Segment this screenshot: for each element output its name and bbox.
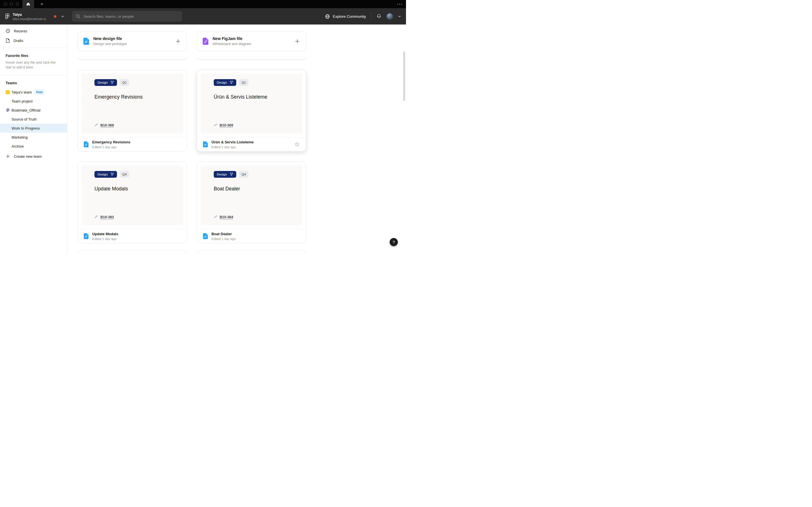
sidebar-item-marketing[interactable]: Marketing: [0, 133, 67, 142]
design-tag-badge: Design: [214, 171, 236, 178]
explore-community-button[interactable]: Explore Community: [325, 14, 366, 19]
next-row-card-edge: [197, 250, 306, 253]
teams-header: Teams: [0, 77, 67, 88]
ellipsis-icon: [397, 3, 402, 5]
file-edited: Edited 1 day ago: [92, 145, 130, 149]
sidebar-item-team-project[interactable]: Team project: [0, 97, 67, 106]
ticket-link-row[interactable]: B10-383: [94, 215, 114, 219]
home-icon: [26, 2, 30, 6]
sidebar-item-recents[interactable]: Recents: [0, 26, 67, 36]
filter-icon: [230, 81, 233, 84]
help-button[interactable]: ?: [390, 238, 398, 246]
figma-logo-icon: [5, 13, 10, 20]
design-tag-badge: Design: [94, 79, 117, 86]
file-name: Boat Dealer: [211, 232, 236, 236]
team-label: Talya's team: [11, 90, 32, 94]
team-label: Work In Progress: [11, 126, 40, 130]
main-content: New design file Design and prototype: [67, 24, 406, 253]
sidebar-item-work-in-progress[interactable]: Work In Progress: [0, 124, 67, 133]
filter-icon: [110, 81, 114, 84]
thumbnail-title: Boat Dealer: [214, 186, 302, 192]
design-file-icon: [84, 142, 89, 147]
boatmate-logo-icon: [6, 108, 10, 112]
tab-home[interactable]: [22, 0, 34, 8]
create-figjam-file-button[interactable]: [295, 39, 300, 44]
top-toolbar: Talya talya.kaya@boatmate.io Explore Com…: [0, 8, 406, 24]
sidebar-divider: [0, 48, 67, 48]
file-card-urun-servis-listeleme[interactable]: Design Q1 Ürün & Servis Listeleme: [197, 70, 306, 152]
design-tag-badge: Design: [94, 171, 117, 178]
template-card-text: New FigJam file Whiteboard and diagram: [213, 36, 251, 46]
file-edited: Edited 1 day ago: [92, 237, 118, 240]
zoom-window-icon[interactable]: [16, 3, 19, 6]
figjam-file-icon: [203, 38, 208, 45]
file-meta: Boat Dealer Edited 1 day ago: [211, 232, 236, 240]
thumbnail-title: Emergency Revisions: [94, 94, 183, 100]
file-card-boat-dealer[interactable]: Design Q4 Boat Dealer: [197, 162, 306, 243]
template-stack-edge: [78, 57, 187, 60]
vertical-scrollbar[interactable]: [403, 52, 405, 101]
create-new-team-button[interactable]: Create new team: [0, 152, 67, 161]
sidebar-item-source-of-truth[interactable]: Source of Truth: [0, 115, 67, 124]
tag-label: Design: [217, 81, 227, 84]
file-name: Emergency Revisions: [92, 140, 130, 144]
chevron-down-icon: [61, 15, 64, 17]
ticket-link[interactable]: B10-369: [220, 123, 233, 127]
sidebar-item-talyas-team[interactable]: Talya's team Free: [0, 88, 67, 97]
ticket-link-row[interactable]: B10-384: [213, 215, 233, 219]
search-field[interactable]: [84, 14, 178, 18]
ticket-link[interactable]: B10-368: [100, 123, 114, 127]
create-design-file-button[interactable]: [175, 39, 181, 44]
sidebar-divider: [0, 75, 67, 75]
template-title: New design file: [93, 36, 127, 41]
ticket-link-row[interactable]: B10-369: [213, 123, 233, 127]
ticket-link[interactable]: B10-383: [100, 215, 114, 219]
ticket-link[interactable]: B10-384: [220, 215, 233, 219]
file-footer: Emergency Revisions Edited 1 day ago: [78, 137, 187, 151]
window-more-button[interactable]: [397, 3, 402, 5]
jira-arrows-icon: [94, 123, 98, 127]
jira-arrows-icon: [213, 215, 217, 219]
ticket-link-row[interactable]: B10-368: [94, 123, 114, 127]
team-label: Source of Truth: [11, 117, 37, 121]
team-color-swatch: [6, 90, 10, 94]
quarter-badge: Q4: [239, 171, 248, 178]
file-footer: Ürün & Servis Listeleme Edited 1 day ago: [197, 137, 306, 151]
new-figjam-file-card[interactable]: New FigJam file Whiteboard and diagram: [197, 31, 306, 51]
close-window-icon[interactable]: [4, 3, 7, 6]
notifications-button[interactable]: [376, 14, 382, 19]
account-menu-chevron[interactable]: [398, 15, 401, 17]
plus-icon: [40, 2, 44, 6]
new-tab-button[interactable]: [38, 0, 46, 8]
account-chevron[interactable]: [61, 15, 64, 17]
sidebar-item-label: Recents: [14, 29, 28, 33]
template-card-text: New design file Design and prototype: [93, 36, 127, 46]
design-file-icon: [203, 233, 208, 239]
minimize-window-icon[interactable]: [10, 3, 13, 6]
file-card-emergency-revisions[interactable]: Design Q1 Emergency Revisions: [78, 70, 187, 152]
tag-label: Design: [217, 173, 227, 176]
design-tag-badge: Design: [214, 79, 236, 86]
file-footer: Update Modals Edited 1 day ago: [78, 229, 187, 243]
sidebar: Recents Drafts Favorite files Hover over…: [0, 24, 67, 253]
team-label: Team project: [11, 99, 33, 103]
team-icon-placeholder: [6, 126, 10, 130]
account-switcher[interactable]: Talya talya.kaya@boatmate.io: [0, 12, 67, 20]
user-name: Talya: [13, 12, 51, 17]
file-thumbnail: Design Q1 Ürün & Servis Listeleme: [201, 74, 302, 133]
team-icon-placeholder: [6, 135, 10, 139]
favorite-star-button[interactable]: [294, 142, 300, 147]
search-icon: [76, 14, 80, 18]
search-input[interactable]: [72, 11, 182, 22]
bell-icon: [376, 14, 382, 19]
avatar[interactable]: [387, 13, 393, 20]
new-design-file-card[interactable]: New design file Design and prototype: [78, 31, 187, 51]
sidebar-item-archive[interactable]: Archive: [0, 142, 67, 151]
favorites-header: Favorite files: [0, 50, 67, 60]
free-plan-badge: Free: [35, 90, 45, 95]
sidebar-item-drafts[interactable]: Drafts: [0, 36, 67, 45]
sidebar-item-boatmate-official[interactable]: Boatmate_Official: [0, 106, 67, 115]
title-bar: [0, 0, 406, 8]
file-card-update-modals[interactable]: Design Q4 Update Modals: [78, 162, 187, 243]
window-controls[interactable]: [4, 3, 19, 6]
